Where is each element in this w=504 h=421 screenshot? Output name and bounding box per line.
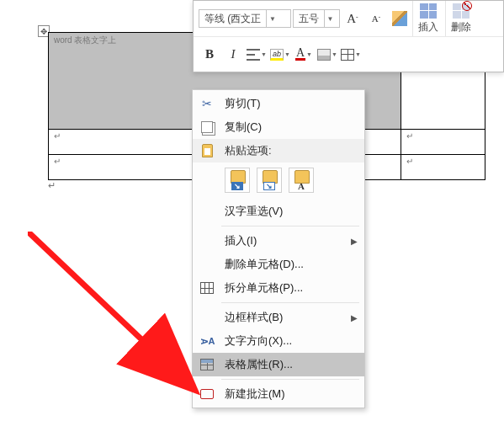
selected-cell-text: word 表格文字上	[54, 35, 116, 45]
font-name-value: 等线 (西文正	[199, 12, 266, 26]
blank-icon	[198, 232, 216, 249]
menu-delete-cells[interactable]: 删除单元格(D)...	[193, 253, 364, 276]
insert-group[interactable]: 插入	[412, 1, 443, 36]
menu-table-properties[interactable]: 表格属性(R)...	[193, 353, 364, 376]
italic-button[interactable]: I	[222, 44, 244, 66]
align-button[interactable]: ▼	[246, 44, 268, 66]
menu-reconvert[interactable]: 汉字重选(V)	[193, 200, 364, 223]
menu-label: 复制(C)	[225, 120, 262, 135]
shrink-font-button[interactable]: Aˇ	[365, 8, 387, 29]
format-painter-button[interactable]	[389, 8, 411, 29]
chevron-down-icon[interactable]: ▼	[355, 51, 361, 57]
menu-separator	[221, 379, 359, 380]
menu-label: 表格属性(R)...	[225, 357, 293, 372]
menu-label: 拆分单元格(P)...	[225, 280, 303, 296]
menu-border-style[interactable]: 边框样式(B) ▶	[193, 306, 364, 329]
bold-icon: B	[205, 47, 214, 61]
copy-icon	[198, 119, 216, 136]
annotation-arrow	[28, 232, 213, 400]
menu-label: 文字方向(X)...	[225, 333, 292, 349]
comment-icon	[198, 386, 216, 402]
chevron-down-icon[interactable]: ▼	[261, 51, 267, 57]
menu-label: 插入(I)	[225, 233, 257, 248]
borders-button[interactable]: ▼	[340, 44, 362, 66]
paste-options-row: ↘ ↘ A	[193, 163, 364, 200]
delete-group[interactable]: 删除	[445, 1, 476, 36]
shading-icon	[317, 49, 331, 61]
brush-icon	[392, 11, 407, 26]
blank-icon	[198, 309, 216, 326]
font-name-combo[interactable]: 等线 (西文正 ▼	[199, 9, 291, 28]
submenu-arrow-icon: ▶	[351, 313, 358, 322]
paste-text-icon: A	[295, 182, 307, 190]
menu-new-comment[interactable]: 新建批注(M)	[193, 382, 364, 406]
shrink-font-icon: A	[372, 13, 379, 24]
delete-table-icon	[453, 3, 470, 19]
insert-table-icon	[420, 3, 437, 19]
context-menu: ✂ 剪切(T) 复制(C) 粘贴选项: ↘ ↘ A 汉字重选(V) 插入(I) …	[192, 89, 365, 408]
menu-label: 边框样式(B)	[225, 310, 283, 325]
menu-label: 粘贴选项:	[225, 143, 272, 158]
align-icon	[247, 49, 260, 61]
font-color-button[interactable]: A ▼	[293, 44, 315, 66]
menu-split-cells[interactable]: 拆分单元格(P)...	[193, 276, 364, 300]
grow-font-button[interactable]: Aˆ	[342, 8, 363, 29]
font-color-icon: A	[295, 48, 305, 61]
italic-icon: I	[231, 47, 236, 61]
menu-label: 剪切(T)	[225, 96, 261, 111]
chevron-down-icon[interactable]: ▼	[284, 51, 290, 57]
menu-separator	[221, 302, 359, 303]
table-cell[interactable]: ↵	[401, 130, 485, 155]
menu-label: 汉字重选(V)	[225, 204, 283, 219]
scissors-icon: ✂	[198, 95, 216, 112]
bold-button[interactable]: B	[199, 44, 220, 66]
menu-label: 删除单元格(D)...	[225, 257, 304, 272]
grow-font-icon: A	[347, 12, 356, 26]
menu-paste-options-header: 粘贴选项:	[193, 139, 364, 163]
font-size-combo[interactable]: 五号 ▼	[293, 9, 340, 28]
highlight-button[interactable]: ab ▼	[269, 44, 291, 66]
blank-icon	[198, 256, 216, 273]
clipboard-icon	[198, 142, 216, 159]
menu-label: 新建批注(M)	[225, 386, 285, 402]
chevron-down-icon[interactable]: ▼	[266, 10, 278, 27]
submenu-arrow-icon: ▶	[351, 237, 358, 246]
blank-icon	[198, 203, 216, 220]
split-cells-icon	[198, 280, 216, 296]
menu-copy[interactable]: 复制(C)	[193, 115, 364, 139]
mini-toolbar: 等线 (西文正 ▼ 五号 ▼ Aˆ Aˇ 插入 删除 B I	[193, 0, 504, 72]
svg-line-0	[28, 232, 188, 383]
insert-label: 插入	[418, 20, 438, 35]
highlight-icon: ab	[270, 49, 284, 61]
menu-separator	[221, 226, 359, 226]
chevron-down-icon[interactable]: ▼	[306, 51, 312, 57]
table-cell[interactable]: ↵	[401, 155, 485, 180]
menu-text-direction[interactable]: AA 文字方向(X)...	[193, 329, 364, 353]
paragraph-mark: ↵	[48, 180, 56, 191]
chevron-down-icon[interactable]: ▼	[332, 51, 337, 57]
menu-insert[interactable]: 插入(I) ▶	[193, 229, 364, 253]
font-size-value: 五号	[294, 12, 324, 26]
text-direction-icon: AA	[198, 333, 216, 349]
borders-icon	[341, 49, 354, 61]
chevron-down-icon[interactable]: ▼	[324, 10, 336, 27]
table-properties-icon	[198, 356, 216, 373]
paste-merge[interactable]: ↘	[257, 168, 282, 193]
shading-button[interactable]: ▼	[316, 44, 338, 66]
menu-cut[interactable]: ✂ 剪切(T)	[193, 92, 364, 115]
paste-keep-source[interactable]: ↘	[225, 168, 250, 193]
paste-text-only[interactable]: A	[289, 168, 314, 193]
delete-label: 删除	[451, 20, 471, 35]
